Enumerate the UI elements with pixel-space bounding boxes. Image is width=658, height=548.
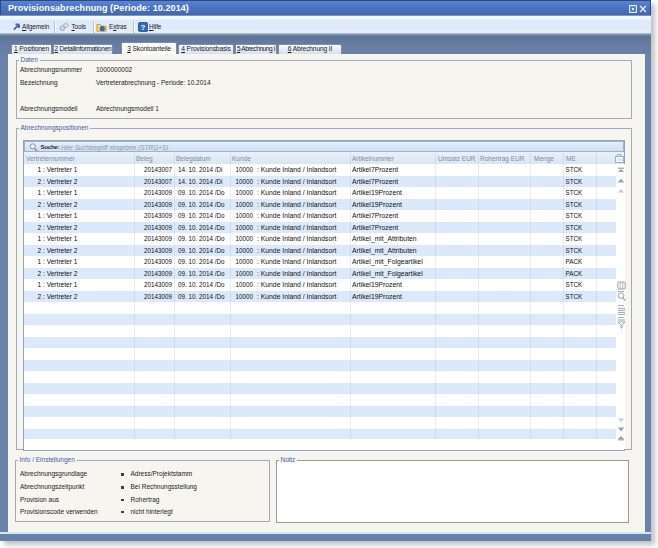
svg-text:?: ? xyxy=(140,23,145,32)
